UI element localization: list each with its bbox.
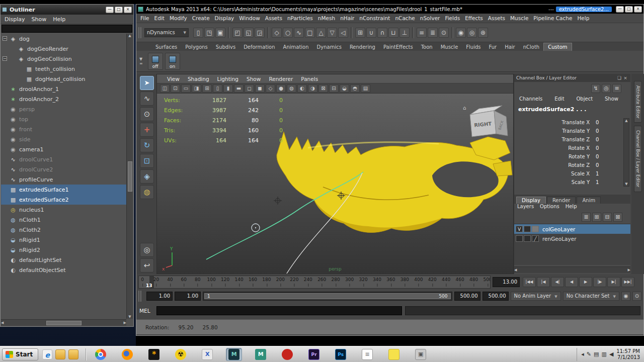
taskbar-app-nuke[interactable]: *: [146, 348, 162, 361]
scroll-thumb[interactable]: [46, 321, 82, 325]
taskbar-app-photoshop[interactable]: Ps: [333, 348, 349, 361]
layer-playback-toggle[interactable]: [524, 226, 531, 232]
maya-menu-0-file[interactable]: File: [140, 15, 149, 21]
construction-history-icon[interactable]: ⊙: [439, 28, 449, 38]
ipr-render-icon[interactable]: ◎: [467, 28, 477, 38]
channel-box-scrollbar[interactable]: ▲ ▼: [623, 118, 629, 187]
shelf-tab-rendering[interactable]: Rendering: [346, 43, 379, 51]
isolate-select-icon[interactable]: ⊠: [318, 84, 328, 93]
shelf-tab-painteffects[interactable]: PaintEffects: [379, 43, 417, 51]
show-manipulator-tool[interactable]: ◎: [140, 243, 154, 257]
maya-titlebar[interactable]: Autodesk Maya 2013 x64: C:\Users\Adminis…: [136, 5, 643, 14]
outliner-vertical-scrollbar[interactable]: ▲ ▼: [126, 34, 133, 319]
shelf-tab-toon[interactable]: Toon: [417, 43, 437, 51]
output-connections-icon[interactable]: ≣: [428, 28, 438, 38]
step-forward-key-button[interactable]: |▶: [593, 277, 606, 287]
shelf-tab-polygons[interactable]: Polygons: [181, 43, 212, 51]
undock-icon[interactable]: ❏: [616, 75, 622, 80]
maya-maximize-button[interactable]: □: [625, 6, 633, 13]
taskbar-app-firefox[interactable]: [119, 348, 135, 361]
layer-visibility-toggle[interactable]: V: [516, 226, 523, 232]
outliner-item-profilecurve[interactable]: ∿profileCurve: [1, 174, 126, 185]
outliner-item-side[interactable]: ◉side: [1, 134, 126, 144]
go-to-start-button[interactable]: |◀◀: [523, 277, 536, 287]
lasso-tool[interactable]: ∿: [140, 92, 154, 106]
image-plane-icon[interactable]: ▭: [181, 84, 191, 93]
outliner-item-dog[interactable]: −◈dog: [1, 34, 126, 44]
start-button[interactable]: Start: [2, 348, 38, 360]
outliner-item-defaultobjectset[interactable]: ◐defaultObjectSet: [1, 265, 126, 275]
new-scene-layer-icon[interactable]: ⊞: [592, 213, 601, 222]
two-sided-lighting-icon[interactable]: ◨: [192, 84, 201, 93]
maya-menu-2-modify[interactable]: Modify: [170, 15, 187, 21]
taskbar-app-maya-2013[interactable]: M: [226, 348, 242, 361]
universal-manipulator-tool[interactable]: ◈: [140, 169, 154, 184]
outliner-item-teeth-collision[interactable]: ▦teeth_collision: [1, 64, 126, 74]
select-tool[interactable]: ➤: [140, 76, 154, 90]
viewport-menu-5-panels[interactable]: Panels: [301, 76, 318, 82]
scroll-up-icon[interactable]: ▲: [625, 119, 627, 123]
mask-rendering-icon[interactable]: ◁: [338, 28, 348, 38]
outliner-item-ncloth1[interactable]: ◍nCloth1: [1, 215, 126, 225]
save-scene-icon[interactable]: ▣: [215, 28, 225, 38]
outliner-item-defaultlightset[interactable]: ◐defaultLightSet: [1, 255, 126, 265]
range-slider-track[interactable]: 1 500: [203, 292, 452, 301]
maya-menu-3-create[interactable]: Create: [192, 15, 210, 21]
layer-menu-1-options[interactable]: Options: [540, 204, 559, 212]
outliner-item-droolanchor-2[interactable]: ∗droolAnchor_2: [1, 94, 126, 104]
maya-menu-1-edit[interactable]: Edit: [154, 15, 165, 21]
go-to-end-button[interactable]: ▶▶|: [621, 277, 634, 287]
step-back-key-button[interactable]: ◀|: [551, 277, 564, 287]
paint-select-tool[interactable]: ⊙: [140, 107, 154, 121]
channel-value[interactable]: 0: [596, 128, 599, 134]
snap-point-icon[interactable]: ∩: [377, 28, 387, 38]
film-gate-icon[interactable]: ▯: [213, 84, 222, 93]
outliner-close-button[interactable]: ×: [124, 7, 132, 13]
scale-tool[interactable]: ⊡: [140, 154, 154, 168]
outliner-maximize-button[interactable]: □: [115, 7, 123, 13]
outliner-item-ncloth2[interactable]: ◍nCloth2: [1, 225, 126, 235]
tablet-pen-icon[interactable]: ✎: [587, 351, 591, 357]
resolution-gate-icon[interactable]: ▮: [223, 84, 233, 93]
channel-scale-x[interactable]: Scale X1: [514, 169, 622, 178]
maya-menu-16-muscle[interactable]: Muscle: [510, 15, 528, 21]
folder-documents-icon[interactable]: [55, 349, 65, 359]
maya-menu-17-pipeline-cache[interactable]: Pipeline Cache: [533, 15, 572, 21]
mask-dynamics-icon[interactable]: ▽: [327, 28, 337, 38]
folder-projects-icon[interactable]: [68, 349, 78, 359]
outliner-menu-2-help[interactable]: Help: [53, 16, 65, 23]
viewport-menu-4-renderer[interactable]: Renderer: [269, 76, 293, 82]
layer-playback-toggle[interactable]: [524, 235, 531, 242]
maya-menu-14-effects[interactable]: Effects: [465, 15, 483, 21]
move-tool[interactable]: +: [140, 123, 154, 137]
channel-rotate-z[interactable]: Rotate Z0: [514, 161, 622, 169]
viewcube-home-icon[interactable]: ⌂: [463, 105, 466, 111]
select-hierarchy-icon[interactable]: ◰: [232, 28, 243, 38]
layer-tab-display[interactable]: Display: [516, 197, 546, 204]
outliner-item-persp[interactable]: ◉persp: [1, 104, 126, 114]
network-status-icon[interactable]: ▥: [601, 351, 606, 357]
scroll-thumb[interactable]: [128, 161, 132, 192]
exposure-icon[interactable]: ◒: [340, 84, 349, 93]
maya-menu-6-assets[interactable]: Assets: [265, 15, 282, 21]
shelf-button-off[interactable]: off: [148, 53, 163, 70]
play-forwards-button[interactable]: ▶: [579, 277, 592, 287]
channel-scale-y[interactable]: Scale Y1: [514, 178, 622, 187]
status-gripper[interactable]: [138, 27, 141, 38]
channel-value[interactable]: 0: [596, 162, 599, 168]
maya-minimize-button[interactable]: —: [616, 6, 624, 13]
animation-end-field[interactable]: 500.00: [482, 292, 509, 301]
command-line-input[interactable]: [156, 306, 402, 315]
channel-box-menu-1-edit[interactable]: Edit: [554, 96, 564, 105]
anim-key-icon[interactable]: ↯: [591, 84, 600, 93]
render-icon[interactable]: ◉: [456, 28, 466, 38]
range-slider-bar[interactable]: 1 500: [204, 293, 451, 299]
channel-value[interactable]: 0: [596, 120, 599, 125]
outliner-item-front[interactable]: ◉front: [1, 124, 126, 134]
channel-box-menu-3-show[interactable]: Show: [605, 96, 618, 105]
viewport-menu-0-view[interactable]: View: [167, 76, 180, 82]
channel-rotate-y[interactable]: Rotate Y0: [514, 152, 622, 161]
taskbar-app-maya-green[interactable]: M: [253, 348, 269, 361]
layer-editor-scrollbar[interactable]: ◀ ▶: [514, 266, 630, 273]
maya-menu-5-window[interactable]: Window: [239, 15, 260, 21]
